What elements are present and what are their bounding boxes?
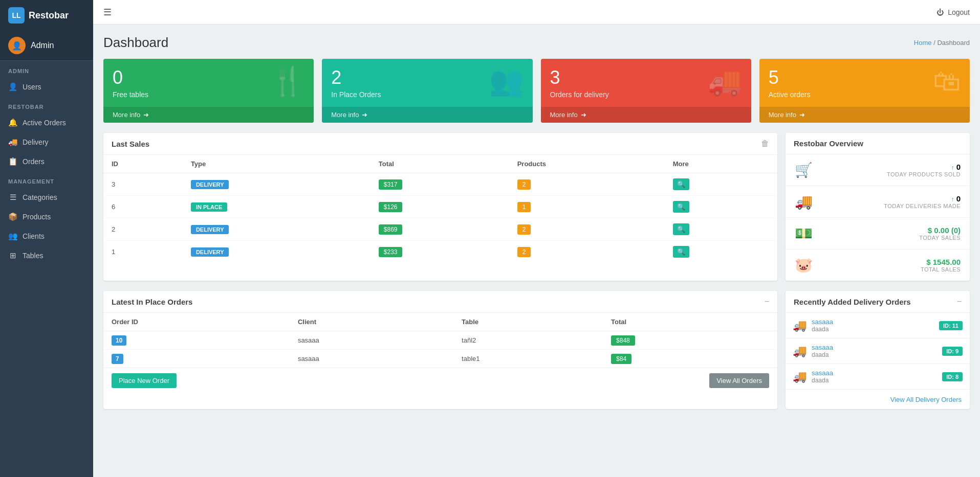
collapse-delivery-button[interactable]: − [957,297,962,306]
cell-table: tañl2 [453,331,603,350]
in-place-orders-panel: Latest In Place Orders − Order ID Client… [103,291,777,409]
overview-number: ↑ 0 [887,163,961,171]
bottom-row: Latest In Place Orders − Order ID Client… [103,291,970,409]
delivery-truck-icon: 🚚 [793,319,807,332]
active-orders-more-info[interactable]: More info ➜ [759,107,970,123]
products-icon: 📦 [8,212,17,221]
cell-client: sasaaa [290,331,453,350]
col-total: Total [603,313,777,331]
cell-more: 🔍 [665,196,777,218]
avatar: 👤 [8,37,26,54]
overview-icon: 💵 [795,225,813,242]
table-row: 6 IN PLACE $126 1 🔍 [103,196,777,218]
delivery-more-info[interactable]: More info ➜ [541,107,751,123]
col-type: Type [183,155,371,173]
delivery-client-name[interactable]: sasaaa [812,344,833,351]
bag-icon: 🛍 [933,67,961,95]
table-row: 10 sasaaa tañl2 $848 [103,331,777,350]
col-table: Table [453,313,603,331]
sidebar-section-admin: ADMIN [0,61,93,77]
sidebar-item-label: Products [23,213,51,221]
sidebar-item-users[interactable]: 👤 Users [0,77,93,97]
sidebar-item-label: Active Orders [23,119,66,127]
view-all-delivery-link[interactable]: View All Delivery Orders [890,396,962,403]
cell-total: $848 [603,331,777,350]
free-tables-label: Free tables [113,90,148,99]
view-all-orders-button[interactable]: View All Orders [709,373,769,388]
search-button[interactable]: 🔍 [673,178,689,190]
last-sales-panel: Last Sales 🗑 ID Type Total Products More [103,133,777,281]
cell-id: 1 [103,241,183,263]
last-sales-body: ID Type Total Products More 3 DELIVERY $… [103,155,777,263]
sidebar-item-orders[interactable]: 📋 Orders [0,152,93,171]
brand: LL Restobar [0,0,93,31]
cell-client: sasaaa [290,350,453,368]
logout-label: Logout [948,8,970,16]
delivery-client-sub: daada [812,377,833,384]
cell-products: 1 [509,196,665,218]
table-header-row: ID Type Total Products More [103,155,777,173]
middle-row: Last Sales 🗑 ID Type Total Products More [103,133,970,281]
in-place-orders-title: Latest In Place Orders [112,298,192,306]
fork-icon: 🍴 [270,67,304,95]
stat-cards: 0 Free tables 🍴 More info ➜ 2 In Place O… [103,59,970,123]
last-sales-title: Last Sales [112,140,149,148]
col-total: Total [371,155,509,173]
arrow-right-icon: ➜ [362,111,367,119]
categories-icon: ☰ [8,193,17,202]
delivery-id-badge: ID: 11 [939,321,963,330]
in-place-tbody: 10 sasaaa tañl2 $848 7 sasaaa table1 $84 [103,331,777,368]
sidebar-item-products[interactable]: 📦 Products [0,207,93,226]
users-icon: 👤 [8,82,17,92]
sidebar-item-active-orders[interactable]: 🔔 Active Orders [0,113,93,132]
free-tables-number: 0 [113,67,148,88]
search-button[interactable]: 🔍 [673,246,689,258]
breadcrumb-home[interactable]: Home [914,39,932,47]
active-orders-number: 5 [769,67,811,88]
power-icon: ⏻ [937,8,944,16]
sidebar-item-clients[interactable]: 👥 Clients [0,226,93,246]
overview-header: Restobar Overview [786,133,970,154]
list-item: 🚚 sasaaa daada ID: 9 [786,338,970,364]
delivery-client-name[interactable]: sasaaa [812,369,833,377]
sidebar-item-label: Categories [23,193,57,201]
logout-button[interactable]: ⏻ Logout [937,8,970,16]
in-place-orders-table: Order ID Client Table Total 10 sasaaa ta… [103,313,777,368]
overview-label: TODAY DELIVERIES MADE [884,203,961,209]
cell-order-id: 10 [103,331,290,350]
search-button[interactable]: 🔍 [673,223,689,235]
sidebar-item-categories[interactable]: ☰ Categories [0,188,93,207]
overview-title: Restobar Overview [794,139,863,148]
cell-type: DELIVERY [183,173,371,196]
in-place-more-info[interactable]: More info ➜ [322,107,532,123]
col-id: ID [103,155,183,173]
table-row: 1 DELIVERY $233 2 🔍 [103,241,777,263]
trash-button[interactable]: 🗑 [761,139,769,148]
search-button[interactable]: 🔍 [673,201,689,213]
overview-item: 🐷 $ 1545.00 TOTAL SALES [786,249,970,281]
delivery-orders-footer: View All Delivery Orders [786,389,970,409]
in-place-orders-body: Order ID Client Table Total 10 sasaaa ta… [103,313,777,368]
last-sales-table: ID Type Total Products More 3 DELIVERY $… [103,155,777,263]
sidebar-item-delivery[interactable]: 🚚 Delivery [0,132,93,152]
sidebar-item-label: Delivery [23,138,49,146]
delivery-orders-header: Recently Added Delivery Orders − [786,291,970,313]
group-icon: 👥 [489,67,524,95]
in-place-number: 2 [331,67,381,88]
hamburger-menu[interactable]: ☰ [103,7,112,18]
collapse-button[interactable]: − [765,297,769,306]
sidebar-item-tables[interactable]: ⊞ Tables [0,246,93,265]
free-tables-more-info[interactable]: More info ➜ [103,107,314,123]
place-new-order-button[interactable]: Place New Order [112,373,177,388]
delivery-client-sub: daada [812,351,833,358]
cell-total: $317 [371,173,509,196]
overview-label: TOTAL SALES [921,266,961,272]
topbar-left: ☰ [103,7,112,18]
cell-id: 2 [103,218,183,241]
delivery-client-name[interactable]: sasaaa [812,318,833,326]
sidebar-item-label: Clients [23,232,45,240]
in-place-orders-header: Latest In Place Orders − [103,291,777,313]
overview-item: 🚚 ↑ 0 TODAY DELIVERIES MADE [786,186,970,218]
cell-type: DELIVERY [183,241,371,263]
stat-card-free-tables: 0 Free tables 🍴 More info ➜ [103,59,314,123]
